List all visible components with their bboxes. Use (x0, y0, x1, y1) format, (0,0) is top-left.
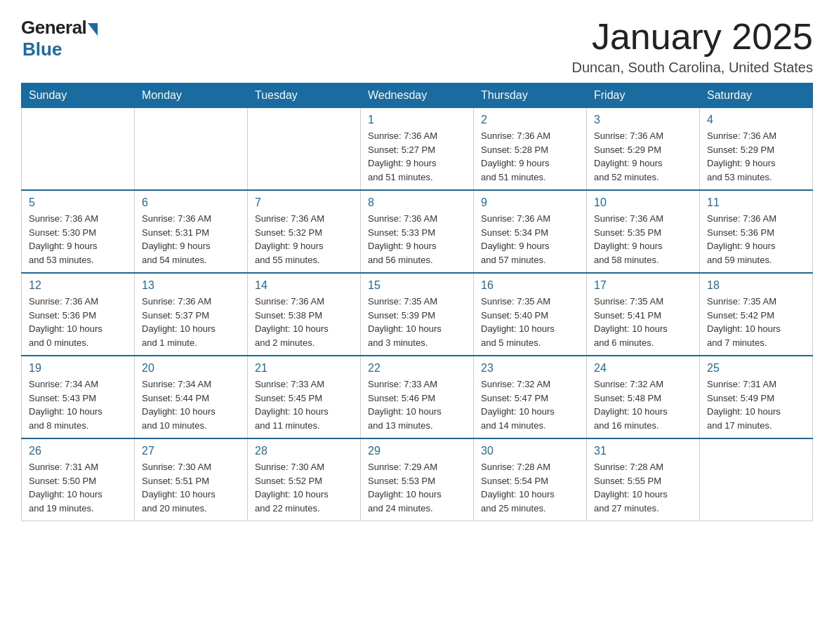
day-info: Sunrise: 7:31 AMSunset: 5:49 PMDaylight:… (707, 377, 805, 432)
day-info: Sunrise: 7:32 AMSunset: 5:48 PMDaylight:… (594, 377, 692, 432)
day-header-wednesday: Wednesday (361, 83, 474, 108)
calendar-cell (22, 108, 135, 191)
calendar-cell: 22Sunrise: 7:33 AMSunset: 5:46 PMDayligh… (361, 356, 474, 438)
day-header-saturday: Saturday (700, 83, 813, 108)
calendar-cell: 23Sunrise: 7:32 AMSunset: 5:47 PMDayligh… (474, 356, 587, 438)
calendar-cell: 29Sunrise: 7:29 AMSunset: 5:53 PMDayligh… (361, 438, 474, 521)
location-subtitle: Duncan, South Carolina, United States (571, 60, 813, 76)
day-number: 12 (29, 279, 127, 292)
day-header-thursday: Thursday (474, 83, 587, 108)
calendar-cell: 3Sunrise: 7:36 AMSunset: 5:29 PMDaylight… (587, 108, 700, 191)
calendar-cell: 4Sunrise: 7:36 AMSunset: 5:29 PMDaylight… (700, 108, 813, 191)
day-number: 7 (255, 196, 353, 209)
day-info: Sunrise: 7:35 AMSunset: 5:42 PMDaylight:… (707, 295, 805, 349)
month-title: January 2025 (571, 17, 813, 57)
day-info: Sunrise: 7:35 AMSunset: 5:39 PMDaylight:… (368, 295, 466, 349)
day-number: 24 (594, 362, 692, 375)
day-header-friday: Friday (587, 83, 700, 108)
calendar-cell: 14Sunrise: 7:36 AMSunset: 5:38 PMDayligh… (248, 273, 361, 356)
day-info: Sunrise: 7:36 AMSunset: 5:34 PMDaylight:… (481, 212, 579, 267)
day-info: Sunrise: 7:36 AMSunset: 5:37 PMDaylight:… (142, 295, 240, 349)
calendar-cell: 31Sunrise: 7:28 AMSunset: 5:55 PMDayligh… (587, 438, 700, 521)
day-header-monday: Monday (135, 83, 248, 108)
calendar-cell: 19Sunrise: 7:34 AMSunset: 5:43 PMDayligh… (22, 356, 135, 438)
day-number: 23 (481, 362, 579, 375)
day-info: Sunrise: 7:36 AMSunset: 5:29 PMDaylight:… (707, 129, 805, 184)
day-header-tuesday: Tuesday (248, 83, 361, 108)
day-info: Sunrise: 7:36 AMSunset: 5:36 PMDaylight:… (29, 295, 127, 349)
day-number: 2 (481, 114, 579, 126)
day-info: Sunrise: 7:29 AMSunset: 5:53 PMDaylight:… (368, 460, 466, 515)
day-number: 19 (29, 362, 127, 375)
day-info: Sunrise: 7:28 AMSunset: 5:55 PMDaylight:… (594, 460, 692, 515)
calendar-cell (248, 108, 361, 191)
calendar-cell: 1Sunrise: 7:36 AMSunset: 5:27 PMDaylight… (361, 108, 474, 191)
day-info: Sunrise: 7:30 AMSunset: 5:51 PMDaylight:… (142, 460, 240, 515)
day-info: Sunrise: 7:35 AMSunset: 5:40 PMDaylight:… (481, 295, 579, 349)
week-row-3: 12Sunrise: 7:36 AMSunset: 5:36 PMDayligh… (22, 273, 813, 356)
calendar-cell: 13Sunrise: 7:36 AMSunset: 5:37 PMDayligh… (135, 273, 248, 356)
calendar-cell: 24Sunrise: 7:32 AMSunset: 5:48 PMDayligh… (587, 356, 700, 438)
calendar-cell (135, 108, 248, 191)
day-info: Sunrise: 7:36 AMSunset: 5:27 PMDaylight:… (368, 129, 466, 184)
day-number: 5 (29, 196, 127, 209)
day-info: Sunrise: 7:36 AMSunset: 5:38 PMDaylight:… (255, 295, 353, 349)
day-info: Sunrise: 7:34 AMSunset: 5:44 PMDaylight:… (142, 377, 240, 432)
week-row-4: 19Sunrise: 7:34 AMSunset: 5:43 PMDayligh… (22, 356, 813, 438)
day-info: Sunrise: 7:36 AMSunset: 5:31 PMDaylight:… (142, 212, 240, 267)
day-number: 10 (594, 196, 692, 209)
day-info: Sunrise: 7:33 AMSunset: 5:45 PMDaylight:… (255, 377, 353, 432)
day-info: Sunrise: 7:28 AMSunset: 5:54 PMDaylight:… (481, 460, 579, 515)
day-info: Sunrise: 7:30 AMSunset: 5:52 PMDaylight:… (255, 460, 353, 515)
calendar-cell: 17Sunrise: 7:35 AMSunset: 5:41 PMDayligh… (587, 273, 700, 356)
calendar-cell: 5Sunrise: 7:36 AMSunset: 5:30 PMDaylight… (22, 190, 135, 273)
calendar-cell: 28Sunrise: 7:30 AMSunset: 5:52 PMDayligh… (248, 438, 361, 521)
day-number: 26 (29, 445, 127, 457)
calendar-cell: 9Sunrise: 7:36 AMSunset: 5:34 PMDaylight… (474, 190, 587, 273)
calendar-cell: 18Sunrise: 7:35 AMSunset: 5:42 PMDayligh… (700, 273, 813, 356)
title-block: January 2025 Duncan, South Carolina, Uni… (571, 17, 813, 76)
calendar-cell: 10Sunrise: 7:36 AMSunset: 5:35 PMDayligh… (587, 190, 700, 273)
day-info: Sunrise: 7:36 AMSunset: 5:30 PMDaylight:… (29, 212, 127, 267)
day-number: 21 (255, 362, 353, 375)
day-number: 27 (142, 445, 240, 457)
day-number: 31 (594, 445, 692, 457)
day-number: 15 (368, 279, 466, 292)
calendar-cell: 8Sunrise: 7:36 AMSunset: 5:33 PMDaylight… (361, 190, 474, 273)
logo: General Blue (21, 17, 98, 60)
day-info: Sunrise: 7:33 AMSunset: 5:46 PMDaylight:… (368, 377, 466, 432)
day-number: 17 (594, 279, 692, 292)
day-headers-row: SundayMondayTuesdayWednesdayThursdayFrid… (22, 83, 813, 108)
calendar-cell: 12Sunrise: 7:36 AMSunset: 5:36 PMDayligh… (22, 273, 135, 356)
week-row-2: 5Sunrise: 7:36 AMSunset: 5:30 PMDaylight… (22, 190, 813, 273)
calendar-cell: 30Sunrise: 7:28 AMSunset: 5:54 PMDayligh… (474, 438, 587, 521)
calendar-cell: 27Sunrise: 7:30 AMSunset: 5:51 PMDayligh… (135, 438, 248, 521)
calendar-table: SundayMondayTuesdayWednesdayThursdayFrid… (21, 83, 813, 521)
day-info: Sunrise: 7:36 AMSunset: 5:28 PMDaylight:… (481, 129, 579, 184)
day-info: Sunrise: 7:36 AMSunset: 5:29 PMDaylight:… (594, 129, 692, 184)
week-row-1: 1Sunrise: 7:36 AMSunset: 5:27 PMDaylight… (22, 108, 813, 191)
calendar-cell: 7Sunrise: 7:36 AMSunset: 5:32 PMDaylight… (248, 190, 361, 273)
day-info: Sunrise: 7:31 AMSunset: 5:50 PMDaylight:… (29, 460, 127, 515)
logo-blue-text: Blue (22, 39, 62, 60)
week-row-5: 26Sunrise: 7:31 AMSunset: 5:50 PMDayligh… (22, 438, 813, 521)
logo-general-text: General (21, 17, 86, 39)
day-number: 4 (707, 114, 805, 126)
day-number: 29 (368, 445, 466, 457)
day-number: 9 (481, 196, 579, 209)
day-info: Sunrise: 7:36 AMSunset: 5:32 PMDaylight:… (255, 212, 353, 267)
logo-triangle-icon (88, 23, 98, 36)
day-number: 20 (142, 362, 240, 375)
calendar-cell: 25Sunrise: 7:31 AMSunset: 5:49 PMDayligh… (700, 356, 813, 438)
calendar-cell (700, 438, 813, 521)
calendar-cell: 2Sunrise: 7:36 AMSunset: 5:28 PMDaylight… (474, 108, 587, 191)
calendar-cell: 21Sunrise: 7:33 AMSunset: 5:45 PMDayligh… (248, 356, 361, 438)
day-number: 8 (368, 196, 466, 209)
day-number: 28 (255, 445, 353, 457)
day-info: Sunrise: 7:36 AMSunset: 5:36 PMDaylight:… (707, 212, 805, 267)
calendar-cell: 11Sunrise: 7:36 AMSunset: 5:36 PMDayligh… (700, 190, 813, 273)
day-number: 3 (594, 114, 692, 126)
day-info: Sunrise: 7:36 AMSunset: 5:35 PMDaylight:… (594, 212, 692, 267)
day-number: 25 (707, 362, 805, 375)
day-number: 6 (142, 196, 240, 209)
